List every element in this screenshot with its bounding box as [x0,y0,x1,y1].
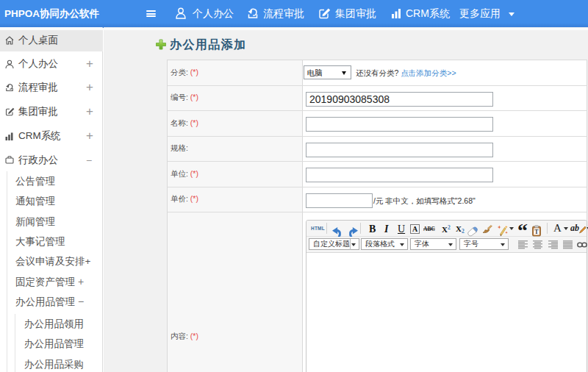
svg-text:T: T [534,229,539,235]
